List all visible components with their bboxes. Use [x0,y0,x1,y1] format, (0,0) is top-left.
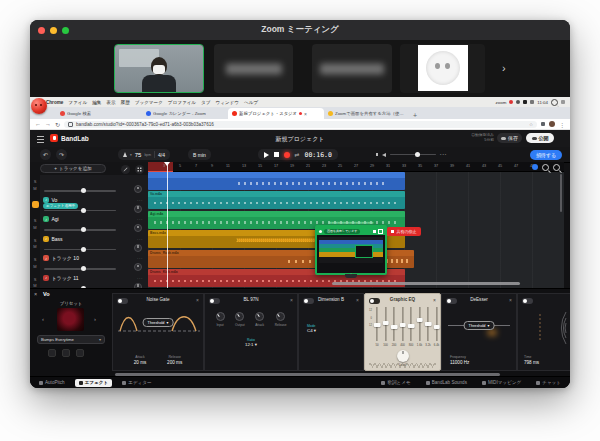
follow-playhead-icon[interactable] [532,164,538,170]
track-more-icon[interactable]: ··· [137,198,143,203]
zoom-out-icon[interactable] [542,164,549,171]
display-icon[interactable] [523,100,527,104]
mute-button[interactable]: M [33,244,36,249]
knob-unit[interactable]: Input [216,312,225,327]
zoom-share-preview-window[interactable]: 画面を共有しています ⌃ [315,225,387,275]
effect-card-comp[interactable]: BL 97N×InputOutputAttackReleaseRatio12:1… [204,293,298,371]
footer-item[interactable]: MIDIマッピング [478,379,525,387]
track-name[interactable]: トラック 10 [52,255,79,261]
participant-video-2[interactable] [214,44,293,93]
record-button[interactable] [284,152,290,158]
browser-tab[interactable]: Google カレンダー - Zoom [142,108,228,119]
close-effects-icon[interactable]: × [34,291,37,297]
key-signature-button[interactable]: B min [188,149,211,160]
solo-button[interactable]: S [34,179,37,184]
presenter-bubble[interactable] [31,98,47,114]
solo-button[interactable]: S [34,218,37,223]
eq-band-slider[interactable] [401,307,405,341]
participant-video-4[interactable] [400,44,485,93]
more-options-icon[interactable]: ••• [440,152,447,157]
control-center-icon[interactable] [561,100,565,104]
footer-tab-エディター[interactable]: エディター [118,379,155,387]
volume-thumb[interactable] [415,152,420,157]
mute-button[interactable]: M [33,264,36,269]
menu-item[interactable]: 表示 [106,100,115,105]
param-value[interactable]: 200 ms [167,360,182,365]
track-more-icon[interactable]: ··· [137,256,143,261]
timeline[interactable]: 3579111315171921232527293133353739414345… [148,162,564,288]
browser-tab[interactable]: Google 検索 [56,108,142,119]
mode-select[interactable]: ModeC4 ▾ [299,324,363,333]
track-pan-knob[interactable] [134,263,142,271]
track-name[interactable]: トラック 11 [52,275,79,281]
time-signature[interactable]: 4/4 [158,152,165,158]
bookmark-star-icon[interactable]: ☆ [529,122,533,127]
menu-item[interactable]: プロファイル [168,100,196,105]
threshold-control[interactable]: Threshold▾ [143,318,174,327]
track-header-row[interactable]: SM♪トラック 11··· [30,273,148,289]
undo-button[interactable]: ↶ [40,149,51,160]
pause-share-icon[interactable] [373,230,376,233]
timeline-vertical-scrollbar[interactable] [560,174,563,212]
clip-lane[interactable]: Vo.m4a [148,191,564,211]
param[interactable]: Time798 ms [524,355,539,365]
track-more-icon[interactable]: ··· [137,276,143,281]
mute-button[interactable]: M [33,225,36,230]
effect-card-partial[interactable]: Time798 ms [517,293,570,371]
preset-artwork[interactable] [57,308,84,331]
eq-level-knob[interactable] [397,350,409,362]
publish-button[interactable]: 公開 [526,133,554,143]
eq-slider-thumb[interactable] [374,323,381,327]
volume-thumb[interactable] [81,188,86,193]
participant-video-active-speaker[interactable] [114,44,204,93]
back-icon[interactable]: ← [35,121,41,127]
audio-clip[interactable] [148,172,405,190]
tab-close-icon[interactable]: × [304,111,307,117]
param[interactable]: Release200 ms [167,355,182,365]
menu-bar-clock[interactable]: 11:04 [537,100,548,105]
add-track-button[interactable]: + トラックを追加 [40,164,106,173]
solo-button[interactable]: S [34,257,37,262]
track-pan-knob[interactable] [134,185,142,193]
zoom-status-label[interactable]: zoom [496,100,507,105]
track-pan-knob[interactable] [134,205,142,213]
effect-close-icon[interactable]: × [509,297,512,303]
edit-pencil-icon[interactable] [121,165,130,174]
browser-tab[interactable]: 新規プロジェクト・スタジオ× [228,108,324,119]
param-value[interactable]: 11000 Hz [450,360,469,365]
track-header-row[interactable]: SM♪Bass··· [30,234,148,255]
refresh-preset-icon[interactable] [62,349,70,357]
solo-button[interactable]: S [34,277,37,282]
eq-band-slider[interactable] [426,307,430,341]
track-pan-knob[interactable] [134,224,142,232]
collapse-share-tab[interactable]: ⌃ [345,274,357,278]
track-volume-slider[interactable] [44,210,116,212]
more-share-icon[interactable] [378,229,383,234]
effect-card-deesser[interactable]: DeEsser×Threshold▾Frequency11000 Hz [441,293,517,371]
footer-item[interactable]: 歌詞とメモ [377,379,414,387]
effect-close-icon[interactable]: × [356,297,359,303]
track-header-row[interactable]: SM♪Agi··· [30,214,148,235]
loop-icon[interactable]: ⇄ [295,151,300,158]
footer-item[interactable]: BandLab Sounds [422,379,471,387]
browse-presets-icon[interactable] [48,349,56,357]
save-button[interactable]: 保存 [497,133,522,143]
volume-slider[interactable] [390,154,436,156]
release-knob[interactable] [276,312,285,321]
extensions-icon[interactable] [541,122,545,126]
play-button[interactable] [264,152,269,158]
preset-prev-icon[interactable]: ‹ [42,316,44,322]
eq-slider-thumb[interactable] [425,322,432,326]
input-knob[interactable] [216,312,225,321]
speaker-icon[interactable] [382,153,386,157]
volume-thumb[interactable] [81,266,86,271]
spotlight-search-icon[interactable] [551,99,558,106]
track-pan-knob[interactable] [134,244,142,252]
menu-item[interactable]: ウィンドウ [215,100,239,105]
track-more-icon[interactable]: ··· [137,237,143,242]
volume-thumb[interactable] [81,208,86,213]
next-participants-button[interactable]: › [502,62,506,74]
timeline-horizontal-scrollbar[interactable] [332,282,520,285]
mode-value[interactable]: C4 ▾ [307,328,363,333]
menu-item[interactable]: Chrome [46,100,63,105]
